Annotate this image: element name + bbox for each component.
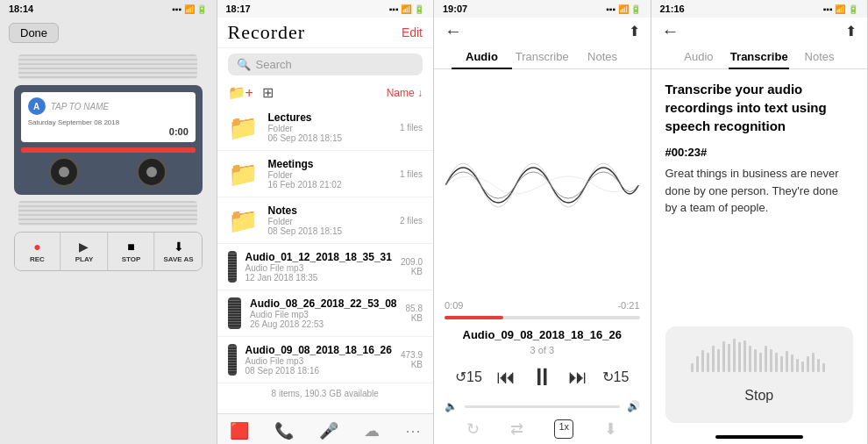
tab-transcribe[interactable]: Transcribe (512, 45, 573, 68)
progress-track[interactable] (445, 316, 640, 319)
file-name: Audio_09_08_2018_18_16_26 (245, 344, 392, 356)
volume-bar: 🔈 🔊 (434, 398, 651, 414)
file-list-footer: 8 items, 190.3 GB available (217, 383, 434, 404)
skip-forward-15-button[interactable]: ↻15 (602, 369, 630, 385)
transcribe-panel: 21:16 ▪▪▪ 📶 🔋 ← ⬆ Audio Transcribe Notes… (651, 0, 869, 444)
tab-notes[interactable]: Notes (573, 45, 633, 68)
rec-label: REC (30, 255, 45, 263)
status-time-4: 21:16 (660, 4, 685, 14)
home-indicator (715, 435, 803, 439)
tap-to-name[interactable]: TAP TO NAME (51, 102, 110, 111)
folder-add-icon[interactable]: 📁+ (228, 84, 253, 101)
svg-rect-2 (701, 350, 704, 372)
back-arrow-icon[interactable]: ← (445, 21, 462, 41)
audio-thumb-inner (228, 347, 237, 373)
progress-bar-wrap[interactable] (434, 311, 651, 325)
speaker-grill-top (18, 54, 197, 79)
search-icon: 🔍 (237, 58, 251, 71)
tab-transcribe[interactable]: Transcribe (729, 45, 789, 68)
tab-recordings[interactable]: 🟥 (230, 421, 249, 440)
svg-rect-25 (822, 363, 825, 372)
status-time-1: 18:14 (9, 4, 33, 14)
download-icon[interactable]: ⬇ (604, 419, 617, 439)
status-bar-2: 18:17 ▪▪▪ 📶 🔋 (217, 0, 434, 18)
file-count: 2 files (400, 216, 423, 226)
svg-rect-23 (812, 353, 815, 372)
edit-button[interactable]: Edit (402, 25, 423, 39)
svg-rect-22 (807, 356, 809, 372)
file-list-header: Recorder Edit (217, 18, 434, 48)
svg-rect-5 (717, 349, 720, 372)
share-icon[interactable]: ⬆ (629, 23, 640, 39)
search-bar[interactable]: 🔍 Search (228, 54, 423, 75)
svg-rect-18 (786, 351, 788, 372)
file-name: Audio_01_12_2018_18_35_31 (245, 251, 392, 263)
cassette-tape: A TAP TO NAME Saturday September 08 2018… (14, 85, 203, 195)
list-item[interactable]: Audio_08_26_2018_22_53_08 Audio File mp3… (217, 290, 434, 337)
file-list-panel: 18:17 ▪▪▪ 📶 🔋 Recorder Edit 🔍 Search 📁+ … (217, 0, 435, 444)
svg-rect-8 (733, 339, 736, 372)
list-item[interactable]: Audio_09_08_2018_18_16_26 Audio File mp3… (217, 337, 434, 383)
tab-audio[interactable]: Audio (452, 45, 512, 68)
timestamp: #00:23# (665, 146, 708, 159)
rec-icon: ● (33, 240, 40, 254)
svg-rect-11 (749, 346, 751, 372)
shuffle-icon[interactable]: ⇄ (510, 419, 523, 439)
tab-cloud[interactable]: ☁ (364, 421, 380, 440)
file-meta: Audio File mp3 08 Sep 2018 18:16 (245, 356, 392, 376)
file-count: 1 files (400, 123, 423, 132)
svg-rect-15 (770, 349, 772, 372)
repeat-icon[interactable]: ↻ (466, 419, 480, 439)
audio-thumbnail (228, 251, 237, 283)
share-icon[interactable]: ⬆ (845, 23, 857, 39)
list-item[interactable]: Audio_01_12_2018_18_35_31 Audio File mp3… (217, 244, 434, 290)
svg-rect-6 (722, 341, 725, 372)
cassette-controls: ● REC ▶ PLAY ■ STOP ⬇ SAVE AS (14, 232, 203, 271)
file-size: 209.0 KB (401, 257, 423, 276)
pause-button[interactable]: ⏸ (530, 362, 554, 391)
list-item[interactable]: 📁 Meetings Folder 16 Feb 2018 21:02 1 fi… (217, 151, 434, 197)
fastforward-button[interactable]: ⏭ (568, 366, 587, 389)
rec-button[interactable]: ● REC (15, 233, 61, 270)
list-item[interactable]: 📁 Lectures Folder 06 Sep 2018 18:15 1 fi… (217, 104, 434, 151)
stop-button[interactable]: Stop (701, 379, 817, 412)
time-end: -0:21 (617, 300, 639, 311)
folder-icon-wrap: 📁 (228, 158, 260, 190)
svg-rect-7 (728, 344, 730, 372)
audio-thumb-inner (228, 254, 237, 280)
stop-button[interactable]: ■ STOP (109, 233, 155, 270)
sort-label[interactable]: Name ↓ (387, 87, 423, 99)
file-toolbar: 📁+ ⊞ Name ↓ (217, 81, 434, 104)
file-meta: Folder 06 Sep 2018 18:15 (268, 124, 391, 143)
skip-back-15-button[interactable]: ↺15 (455, 369, 482, 385)
file-name: Lectures (268, 111, 391, 124)
grid-icon[interactable]: ⊞ (262, 84, 274, 101)
tab-mic[interactable]: 🎤 (319, 421, 338, 440)
recorder-title: Recorder (228, 21, 306, 44)
cassette-time: 0:00 (28, 126, 189, 137)
svg-rect-20 (796, 359, 799, 372)
done-button[interactable]: Done (9, 23, 59, 43)
mic-visual-area: Stop (665, 326, 854, 423)
back-arrow-icon[interactable]: ← (662, 21, 679, 41)
tab-audio[interactable]: Audio (669, 45, 729, 68)
speed-button[interactable]: 1x (554, 419, 573, 439)
transcribe-content: Transcribe your audio recordings into te… (651, 69, 868, 319)
cassette-body: A TAP TO NAME Saturday September 08 2018… (0, 48, 217, 444)
play-button[interactable]: ▶ PLAY (61, 233, 108, 270)
saveas-icon: ⬇ (174, 240, 184, 254)
audio-thumbnail (228, 344, 237, 376)
list-item[interactable]: 📁 Notes Folder 08 Sep 2018 18:15 2 files (217, 197, 434, 244)
svg-rect-14 (765, 346, 767, 372)
tab-phone[interactable]: 📞 (274, 421, 294, 440)
file-size: 473.9 KB (401, 350, 423, 369)
audio-thumbnail (228, 297, 242, 329)
tab-more[interactable]: ⋯ (405, 421, 421, 440)
volume-high-icon: 🔊 (627, 400, 640, 412)
volume-track[interactable] (465, 405, 620, 408)
time-labels: 0:09 -0:21 (434, 300, 651, 311)
rewind-button[interactable]: ⏮ (496, 366, 516, 389)
saveas-button[interactable]: ⬇ SAVE AS (155, 233, 202, 270)
stop-icon: ■ (127, 240, 134, 254)
tab-notes[interactable]: Notes (789, 45, 850, 68)
